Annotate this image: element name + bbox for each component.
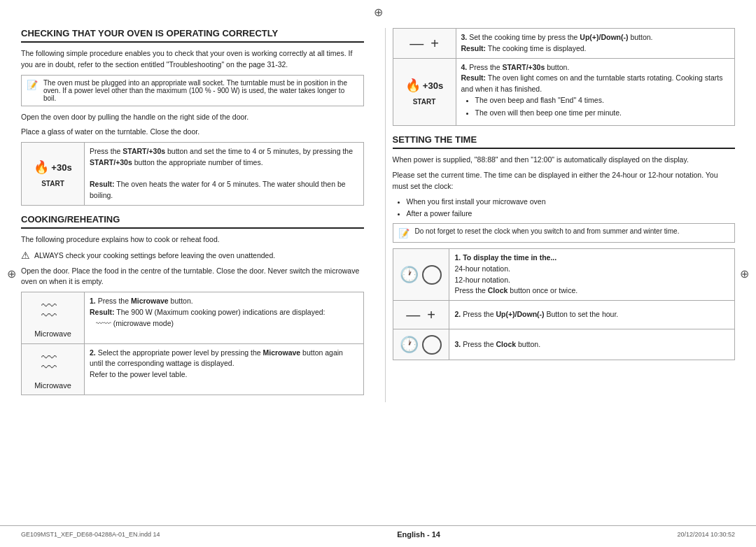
time-intro: When power is supplied, "88:88" and then… — [393, 155, 736, 166]
step4-bullet-2: The oven will then beep one time per min… — [475, 108, 730, 119]
step4-start-icon: 🔥 +30s — [398, 76, 451, 95]
step4-plus30: +30s — [423, 79, 443, 93]
clock-plus-icon: + — [427, 304, 435, 325]
clock-step-num-2: 2. — [455, 310, 461, 318]
clock-step-num-1: 1. — [455, 253, 461, 262]
right-column: — + 3. Set the cooking time by press the… — [385, 28, 736, 402]
minus-icon: — — [410, 33, 424, 54]
clock-instruction-cell-2: 2. Press the Up(+)/Down(-) Button to set… — [449, 301, 735, 329]
mw-icon-wrap-2: 〰 〰 Microwave — [27, 348, 79, 392]
cooking-intro: The following procedure explains how to … — [21, 234, 364, 246]
start-plus30-label: +30s — [51, 161, 71, 175]
time-para2: Please set the current time. The time ca… — [393, 170, 736, 192]
step4-row: 🔥 +30s START 4. Press the START/+30s but… — [393, 58, 735, 126]
mw-row-1: 〰 〰 Microwave 1. Press the Microwave but… — [22, 292, 364, 344]
start-table: 🔥 +30s START Press the START/+30s button… — [21, 142, 364, 206]
cooking-heading: COOKING/REHEATING — [21, 214, 364, 229]
step3-instruction-cell: 3. Set the cooking time by press the Up(… — [456, 29, 735, 59]
step4-flame-icon: 🔥 — [405, 76, 421, 95]
left-compass-icon: ⊕ — [7, 267, 16, 280]
start-flame-icon: 🔥 — [34, 158, 49, 177]
svg-text:〰: 〰 — [41, 307, 57, 325]
start-result-label: Result: — [90, 180, 115, 188]
warning-icon: ⚠ — [21, 250, 30, 261]
right-compass-icon: ⊕ — [740, 267, 749, 280]
mw-instruction-cell-2: 2. Select the appropriate power level by… — [85, 343, 364, 395]
step-num-1: 1. — [90, 297, 96, 305]
start-label: START — [27, 178, 79, 189]
time-bullets: When you first install your microwave ov… — [393, 197, 736, 220]
microwave-icon-1: 〰 〰 — [38, 296, 69, 327]
time-note-text: Do not forget to reset the clock when yo… — [415, 227, 680, 235]
footer-left: GE109MST1_XEF_DE68-04288A-01_EN.indd 14 — [21, 531, 160, 538]
always-check-note: ⚠ ALWAYS check your cooking settings bef… — [21, 250, 364, 261]
svg-text:〰: 〰 — [41, 359, 57, 376]
step4-icon-cell: 🔥 +30s START — [393, 58, 456, 126]
clock-symbol-1: 🕐 — [400, 263, 419, 286]
clock-table: 🕐 1. To display the time in the... 24-ho… — [393, 248, 736, 360]
clock-instruction-cell-3: 3. Press the Clock button. — [449, 329, 735, 360]
clock-icon-cell-1: 🕐 — [393, 249, 449, 301]
top-compass-icon: ⊕ — [374, 6, 383, 19]
section-checking: CHECKING THAT YOUR OVEN IS OPERATING COR… — [21, 28, 364, 206]
plus-icon: + — [430, 33, 439, 54]
step4-start-label: START — [398, 97, 451, 107]
start-instruction-cell: Press the START/+30s button and set the … — [85, 143, 364, 206]
step3-icon-cell: — + — [393, 29, 456, 59]
mw-mode-icon: 〰〰 — [96, 319, 111, 327]
clock-step-num-3: 3. — [455, 340, 461, 348]
checking-step2: Place a glass of water on the turntable.… — [21, 127, 364, 138]
footer-right: 20/12/2014 10:30:52 — [677, 531, 735, 538]
clock-circle-3 — [422, 335, 442, 355]
section-time: SETTING THE TIME When power is supplied,… — [393, 134, 736, 360]
step4-bullet-1: The oven beep and flash "End" 4 times. — [475, 95, 730, 106]
step-num-2: 2. — [90, 348, 96, 357]
step4-instruction-cell: 4. Press the START/+30s button. Result: … — [456, 58, 735, 126]
cooking-open-door: Open the door. Place the food in the cen… — [21, 266, 364, 288]
clock-icon-wrap-3: 🕐 — [399, 333, 443, 356]
checking-note-box: 📝 The oven must be plugged into an appro… — [21, 75, 364, 106]
clock-instruction-cell-1: 1. To display the time in the... 24-hour… — [449, 249, 735, 301]
footer: GE109MST1_XEF_DE68-04288A-01_EN.indd 14 … — [0, 525, 756, 539]
step3-num: 3. — [461, 33, 468, 41]
checking-step1: Open the oven door by pulling the handle… — [21, 112, 364, 123]
clock-minus-icon: — — [406, 304, 420, 325]
checking-intro: The following simple procedure enables y… — [21, 48, 364, 71]
step4-num: 4. — [461, 63, 468, 71]
step4-bullets: The oven beep and flash "End" 4 times. T… — [461, 95, 730, 119]
section-cooking: COOKING/REHEATING The following procedur… — [21, 214, 364, 395]
time-note-icon: 📝 — [398, 228, 411, 239]
time-heading: SETTING THE TIME — [393, 134, 736, 149]
clock-row-2: — + 2. Press the Up(+)/Down(-) Button to… — [393, 301, 735, 329]
time-note-box: 📝 Do not forget to reset the clock when … — [393, 223, 736, 243]
clock-step-bold-1: To display the time in the... — [463, 253, 556, 262]
note-icon: 📝 — [27, 80, 39, 90]
mw-icon-cell-1: 〰 〰 Microwave — [22, 292, 85, 344]
time-bullet-1: When you first install your microwave ov… — [407, 197, 736, 208]
clock-circle-1 — [422, 265, 442, 285]
main-columns: CHECKING THAT YOUR OVEN IS OPERATING COR… — [21, 28, 735, 402]
clock-icon-wrap-1: 🕐 — [399, 263, 443, 286]
mw-instruction-cell-1: 1. Press the Microwave button. Result: T… — [85, 292, 364, 344]
clock-row-1: 🕐 1. To display the time in the... 24-ho… — [393, 249, 735, 301]
plus-minus-icon: — + — [398, 33, 451, 54]
clock-icon-cell-2: — + — [393, 301, 449, 329]
mw-label-1: Microwave — [34, 328, 71, 340]
mw-row-2: 〰 〰 Microwave 2. Select the appropriate … — [22, 343, 364, 395]
start-icon-cell: 🔥 +30s START — [22, 143, 85, 206]
continuing-steps-table: — + 3. Set the cooking time by press the… — [393, 28, 736, 126]
page-wrapper: ⊕ ⊕ ⊕ CHECKING THAT YOUR OVEN IS OPERATI… — [0, 0, 756, 547]
clock-icon-cell-3: 🕐 — [393, 329, 449, 360]
mw-icon-cell-2: 〰 〰 Microwave — [22, 343, 85, 395]
mw-label-2: Microwave — [34, 380, 71, 392]
left-column: CHECKING THAT YOUR OVEN IS OPERATING COR… — [21, 28, 371, 402]
microwave-table: 〰 〰 Microwave 1. Press the Microwave but… — [21, 292, 364, 395]
microwave-icon-2: 〰 〰 — [38, 348, 69, 378]
footer-center: English - 14 — [397, 530, 440, 539]
always-check-text: ALWAYS check your cooking settings befor… — [34, 251, 275, 260]
step3-row: — + 3. Set the cooking time by press the… — [393, 29, 735, 59]
start-result-text: The oven heats the water for 4 or 5 minu… — [90, 180, 346, 199]
mw-icon-wrap-1: 〰 〰 Microwave — [27, 296, 79, 340]
clock-symbol-3: 🕐 — [400, 333, 419, 356]
clock-row-3: 🕐 3. Press the Clock button. — [393, 329, 735, 360]
